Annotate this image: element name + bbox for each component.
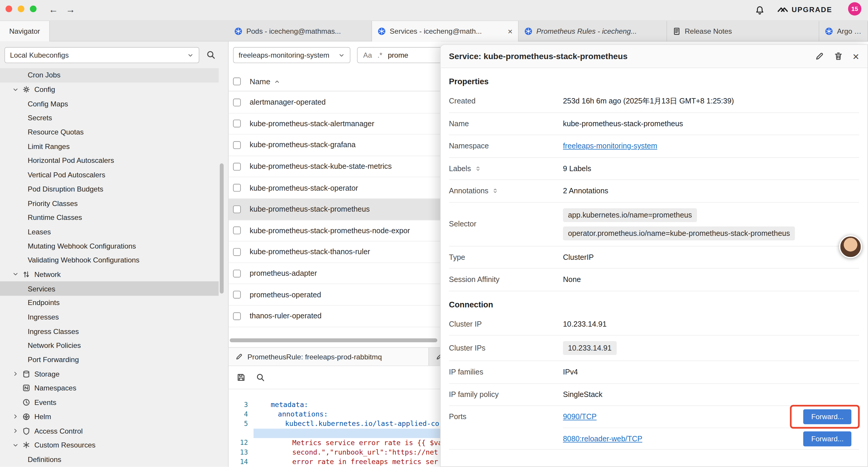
tab-pods-icecheng-mathmas[interactable]: Pods - icecheng@mathmas... bbox=[229, 21, 372, 41]
row-checkbox[interactable] bbox=[233, 269, 241, 277]
sidebar-item-validating-webhook-configurations[interactable]: Validating Webhook Configurations bbox=[0, 253, 219, 267]
row-checkbox[interactable] bbox=[233, 205, 241, 213]
table-row[interactable]: alertmanager-operated bbox=[229, 92, 441, 113]
bell-icon[interactable] bbox=[755, 6, 765, 15]
tab-argo-se[interactable]: Argo Se bbox=[819, 21, 868, 41]
sidebar-item-ingresses[interactable]: Ingresses bbox=[0, 310, 219, 324]
sort-ascending-icon[interactable] bbox=[274, 78, 280, 85]
sidebar-item-network[interactable]: Network bbox=[0, 267, 219, 282]
row-checkbox[interactable] bbox=[233, 98, 241, 106]
sidebar-item-vertical-pod-autoscalers[interactable]: Vertical Pod Autoscalers bbox=[0, 168, 219, 182]
window-close-button[interactable] bbox=[6, 6, 12, 12]
select-all-checkbox[interactable] bbox=[233, 78, 241, 85]
sidebar-item-limit-ranges[interactable]: Limit Ranges bbox=[0, 139, 219, 153]
sidebar-item-services[interactable]: Services bbox=[0, 282, 219, 296]
sidebar-item-helm[interactable]: Helm bbox=[0, 410, 219, 424]
chevron-down-icon[interactable] bbox=[12, 442, 19, 448]
sidebar-scrollbar-thumb[interactable] bbox=[220, 164, 224, 293]
horizontal-scrollbar-thumb[interactable] bbox=[230, 339, 438, 342]
sidebar-item-port-forwarding[interactable]: Port Forwarding bbox=[0, 353, 219, 367]
notification-badge[interactable]: 15 bbox=[848, 2, 862, 16]
name-column-header[interactable]: Name bbox=[250, 77, 270, 86]
navigator-tab[interactable]: Navigator bbox=[0, 21, 50, 41]
editor-line[interactable]: 12Metrics service error rate is {{ $va bbox=[229, 438, 441, 447]
save-icon[interactable] bbox=[236, 373, 246, 382]
forward-button[interactable]: Forward... bbox=[804, 431, 851, 446]
user-avatar[interactable] bbox=[839, 235, 862, 258]
row-checkbox[interactable] bbox=[233, 227, 241, 234]
kubeconfig-select[interactable]: Local Kubeconfigs bbox=[4, 47, 199, 63]
search-icon[interactable] bbox=[206, 50, 216, 60]
editor-line[interactable]: 13second.","runbook_url":"https://net bbox=[229, 447, 441, 457]
table-row[interactable]: kube-prometheus-stack-operator bbox=[229, 177, 441, 199]
chevron-down-icon[interactable] bbox=[12, 271, 19, 278]
back-button[interactable]: ← bbox=[49, 3, 58, 17]
table-row[interactable]: kube-prometheus-stack-alertmanager bbox=[229, 113, 441, 135]
row-checkbox[interactable] bbox=[233, 141, 241, 149]
sidebar-item-network-policies[interactable]: Network Policies bbox=[0, 339, 219, 353]
table-row[interactable]: kube-prometheus-stack-prometheus-node-ex… bbox=[229, 220, 441, 241]
yaml-editor[interactable]: 3metadata:4annotations:5kubectl.kubernet… bbox=[229, 389, 441, 467]
namespace-filter-select[interactable]: freeleaps-monitoring-system bbox=[233, 47, 350, 63]
chevron-right-icon[interactable] bbox=[12, 413, 19, 420]
row-checkbox[interactable] bbox=[233, 163, 241, 170]
sidebar-item-config-maps[interactable]: Config Maps bbox=[0, 97, 219, 111]
delete-icon[interactable] bbox=[834, 52, 843, 61]
sidebar-item-priority-classes[interactable]: Priority Classes bbox=[0, 196, 219, 210]
row-checkbox[interactable] bbox=[233, 312, 241, 320]
row-checkbox[interactable] bbox=[233, 120, 241, 127]
port-link[interactable]: 9090/TCP bbox=[563, 413, 597, 421]
row-checkbox[interactable] bbox=[233, 184, 241, 192]
sidebar-item-events[interactable]: Events bbox=[0, 395, 219, 409]
tab-close-icon[interactable]: × bbox=[504, 27, 513, 36]
close-icon[interactable]: × bbox=[852, 51, 859, 61]
sidebar-item-custom-resources[interactable]: Custom Resources bbox=[0, 438, 219, 452]
sidebar-item-ingress-classes[interactable]: Ingress Classes bbox=[0, 324, 219, 339]
sidebar-item-leases[interactable]: Leases bbox=[0, 225, 219, 239]
editor-search-icon[interactable] bbox=[256, 373, 265, 382]
row-checkbox[interactable] bbox=[233, 291, 241, 298]
forward-button[interactable]: Forward... bbox=[804, 409, 851, 425]
sidebar-item-resource-quotas[interactable]: Resource Quotas bbox=[0, 125, 219, 139]
chevron-down-icon[interactable] bbox=[12, 86, 19, 92]
edit-icon[interactable] bbox=[815, 52, 825, 61]
editor-line[interactable]: 3metadata: bbox=[229, 400, 441, 409]
sidebar-item-mutating-webhook-configurations[interactable]: Mutating Webhook Configurations bbox=[0, 239, 219, 253]
forward-button[interactable]: → bbox=[66, 3, 75, 17]
folded-region-highlight[interactable] bbox=[253, 428, 440, 438]
chevron-right-icon[interactable] bbox=[12, 371, 19, 377]
tab-services-icecheng-math[interactable]: Services - icecheng@math...× bbox=[372, 21, 519, 41]
window-minimize-button[interactable] bbox=[18, 6, 24, 12]
row-checkbox[interactable] bbox=[233, 248, 241, 256]
tab-prometheus-rules-icecheng[interactable]: Prometheus Rules - icecheng... bbox=[519, 21, 667, 41]
dock-tab-next[interactable] bbox=[429, 348, 440, 366]
sidebar-item-runtime-classes[interactable]: Runtime Classes bbox=[0, 210, 219, 225]
detail-link[interactable]: freeleaps-monitoring-system bbox=[563, 142, 657, 150]
sidebar-item-pod-disruption-budgets[interactable]: Pod Disruption Budgets bbox=[0, 182, 219, 196]
table-row[interactable]: kube-prometheus-stack-grafana bbox=[229, 135, 441, 156]
editor-line[interactable]: 4annotations: bbox=[229, 409, 441, 419]
table-row[interactable]: kube-prometheus-stack-kube-state-metrics bbox=[229, 156, 441, 177]
table-row[interactable]: prometheus-operated bbox=[229, 284, 441, 305]
port-link[interactable]: 8080:reloader-web/TCP bbox=[563, 435, 643, 443]
sidebar-item-access-control[interactable]: Access Control bbox=[0, 424, 219, 438]
match-case-toggle[interactable]: Aa bbox=[363, 51, 372, 59]
sidebar-item-cron-jobs[interactable]: Cron Jobs bbox=[0, 68, 219, 82]
sidebar-item-endpoints[interactable]: Endpoints bbox=[0, 296, 219, 310]
sidebar-item-definitions[interactable]: Definitions bbox=[0, 452, 219, 466]
dock-tab-prometheusrule[interactable]: PrometheusRule: freeleaps-prod-rabbitmq bbox=[229, 348, 429, 366]
sidebar-item-namespaces[interactable]: Namespaces bbox=[0, 381, 219, 395]
chevron-right-icon[interactable] bbox=[12, 428, 19, 434]
regex-toggle[interactable]: .* bbox=[378, 51, 382, 59]
sidebar-item-secrets[interactable]: Secrets bbox=[0, 111, 219, 125]
editor-line[interactable]: 14error rate in freeleaps metrics ser bbox=[229, 457, 441, 466]
service-search-input[interactable]: Aa .* prome bbox=[357, 47, 454, 63]
sidebar-item-storage[interactable]: Storage bbox=[0, 367, 219, 381]
window-zoom-button[interactable] bbox=[30, 6, 36, 12]
table-row[interactable]: thanos-ruler-operated bbox=[229, 305, 441, 327]
tab-release-notes[interactable]: Release Notes bbox=[667, 21, 819, 41]
table-row[interactable]: kube-prometheus-stack-thanos-ruler bbox=[229, 241, 441, 263]
table-row[interactable]: prometheus-adapter bbox=[229, 263, 441, 284]
sidebar-item-config[interactable]: Config bbox=[0, 83, 219, 97]
sidebar-item-horizontal-pod-autoscalers[interactable]: Horizontal Pod Autoscalers bbox=[0, 153, 219, 168]
